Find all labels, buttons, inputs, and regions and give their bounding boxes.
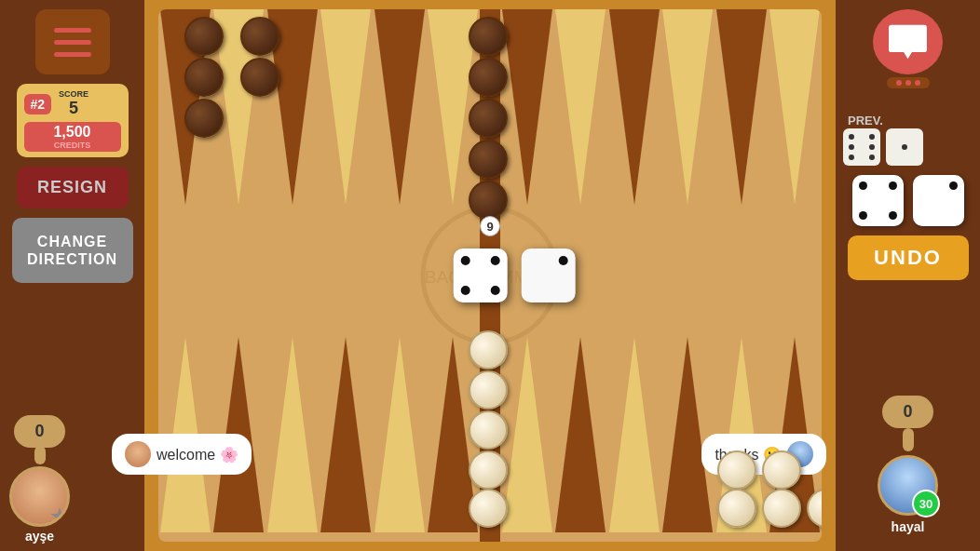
tri-t10 <box>662 9 713 205</box>
player2-score: 0 <box>903 402 912 422</box>
prev-die-2 <box>886 128 923 166</box>
tri-b3 <box>267 337 318 532</box>
tri-b8 <box>555 337 606 532</box>
undo-button[interactable]: UNDO <box>848 235 969 280</box>
chat-button[interactable] <box>873 9 943 74</box>
d4 <box>869 144 875 150</box>
player1-chat-text: welcome 🌸 <box>157 446 238 464</box>
checker-dark-2[interactable] <box>184 58 224 97</box>
checker-light-5[interactable] <box>469 489 508 528</box>
dot-2 <box>905 80 911 86</box>
checker-dark-6[interactable] <box>469 17 508 56</box>
player1-score-bubble: 0 <box>14 415 65 448</box>
tri-b4 <box>320 337 371 532</box>
tri-t8 <box>555 9 606 205</box>
player1-avatar <box>9 466 70 527</box>
hamburger-line-3 <box>54 52 91 57</box>
change-direction-button[interactable]: CHANGE DIRECTION <box>12 218 133 283</box>
rank-badge: #2 <box>24 94 52 114</box>
board-dice <box>454 249 576 302</box>
checker-dark-4[interactable] <box>240 17 279 56</box>
checker-light-7[interactable] <box>717 489 756 528</box>
tri-t9 <box>609 9 660 205</box>
checker-count-9: 9 <box>480 216 500 236</box>
player1-chat-bubble: welcome 🌸 <box>112 434 252 475</box>
tri-b7 <box>502 337 552 532</box>
checker-light-9[interactable] <box>762 489 801 528</box>
player2-score-bubble: 0 <box>882 396 933 428</box>
checker-dark-7[interactable] <box>469 58 508 97</box>
credits-value: 1,500 <box>53 124 90 140</box>
board-die-1 <box>454 249 508 302</box>
timer-value: 30 <box>919 497 932 511</box>
prev-label: PREV. <box>848 114 883 128</box>
checker-light-6[interactable] <box>717 450 756 490</box>
score-connector-1 <box>34 446 46 464</box>
player1-name: ayşe <box>25 529 54 544</box>
timer-circle: 30 <box>912 490 940 517</box>
checker-light-2[interactable] <box>469 370 508 410</box>
hamburger-line-1 <box>54 28 91 33</box>
chat-icon <box>887 23 929 60</box>
dot-1 <box>896 80 902 86</box>
d5 <box>849 155 854 160</box>
tri-t11 <box>716 9 767 205</box>
current-die-2 <box>913 175 964 226</box>
resign-button[interactable]: RESIGN <box>17 167 129 208</box>
player1-mini-avatar <box>125 441 151 467</box>
credits-label: CREDITS <box>28 141 117 150</box>
tri-b9 <box>609 337 660 532</box>
checker-dark-5[interactable] <box>240 58 279 97</box>
checker-light-8[interactable] <box>762 450 801 490</box>
d6 <box>869 155 875 160</box>
d2 <box>869 134 875 140</box>
tri-b10 <box>662 337 713 532</box>
tri-b5 <box>374 337 425 532</box>
player2-name: hayal <box>892 519 925 534</box>
checker-dark-8[interactable] <box>469 99 508 138</box>
board-inner: BACKGAMMON 9 <box>158 9 822 542</box>
d1 <box>849 134 854 140</box>
current-dice-row <box>852 175 964 226</box>
prev-dice-row <box>843 128 973 166</box>
tri-t12 <box>769 9 820 205</box>
checker-dark-1[interactable] <box>184 17 224 56</box>
prev-die-1 <box>843 128 880 166</box>
tri-t7 <box>502 9 552 205</box>
checker-dark-9[interactable] <box>469 140 508 179</box>
tri-t5 <box>374 9 425 205</box>
board-die-2 <box>522 249 576 302</box>
checker-light-4[interactable] <box>469 450 508 490</box>
score-label: SCORE <box>59 89 88 99</box>
dot-3 <box>915 80 920 86</box>
player1-area: 0 ayşe <box>9 415 70 544</box>
right-panel: PREV. <box>836 0 980 551</box>
score-value: 5 <box>69 99 78 118</box>
checker-dark-3[interactable] <box>184 99 224 138</box>
tri-t4 <box>320 9 371 205</box>
checker-light-3[interactable] <box>469 410 508 450</box>
player2-avatar: 30 <box>878 455 938 516</box>
dots-badge <box>887 77 930 88</box>
score-box: #2 SCORE 5 1,500 CREDITS <box>17 84 129 157</box>
current-die-1 <box>852 175 904 226</box>
menu-button[interactable] <box>35 9 110 74</box>
d3 <box>849 144 854 150</box>
hamburger-line-2 <box>54 40 91 45</box>
player1-score: 0 <box>34 422 44 441</box>
checker-light-1[interactable] <box>469 330 508 370</box>
checker-dark-10[interactable] <box>469 181 508 220</box>
credits-row: 1,500 CREDITS <box>24 122 121 152</box>
score-connector <box>903 428 914 451</box>
game-board: BACKGAMMON 9 <box>144 0 836 551</box>
